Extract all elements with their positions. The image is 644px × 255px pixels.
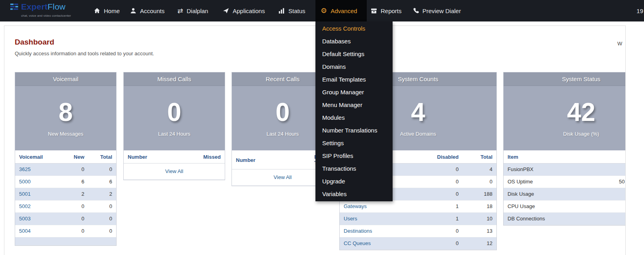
menu-item-access-controls[interactable]: Access Controls [315, 22, 393, 35]
brand-tagline: chat, voice and video contactcenter [21, 12, 71, 20]
column-header: Number [232, 150, 310, 169]
table-row: Destinations013 [340, 225, 496, 237]
nav-item-home[interactable]: Home [94, 0, 120, 21]
brand-grid-icon [10, 3, 18, 12]
advanced-dropdown-menu: Access Controls Databases Default Settin… [315, 21, 393, 201]
item-link[interactable]: Users [344, 216, 357, 222]
column-header: Disabled [425, 150, 463, 164]
person-icon [130, 8, 136, 14]
missed-calls-count-panel: 0 Last 24 Hours [124, 86, 225, 150]
gear-icon: ⚙ [321, 7, 327, 14]
recent-calls-count: 0 [276, 99, 290, 125]
voicemail-count-panel: 8 New Messages [15, 86, 116, 150]
item-link[interactable]: Gateways [344, 203, 367, 209]
menu-item-modules[interactable]: Modules [315, 111, 393, 124]
column-header: Voicemail [15, 150, 64, 164]
main-content-panel: Dashboard Quickly access information and… [4, 25, 626, 255]
status-item: CPU Usage [504, 200, 615, 213]
nav-item-label: Dialplan [187, 8, 208, 14]
missed-calls-table: Number Missed View All [124, 150, 225, 180]
nav-item-status[interactable]: Status [278, 0, 305, 21]
menu-item-variables[interactable]: Variables [315, 188, 393, 200]
menu-item-upgrade[interactable]: Upgrade [315, 175, 393, 188]
voicemail-link[interactable]: 3625 [19, 166, 31, 172]
missed-calls-card: Missed Calls 0 Last 24 Hours Number Miss… [123, 72, 225, 180]
nav-item-label: Preview Dialer [422, 8, 461, 14]
top-navbar: ExpertFlow chat, voice and video contact… [0, 0, 644, 21]
swap-arrows-icon: ⇄ [177, 8, 183, 14]
status-value [615, 213, 626, 225]
nav-item-label: Accounts [140, 8, 165, 14]
page-subtitle: Quickly access information and tools rel… [15, 51, 154, 56]
clock-fragment: 19 [636, 0, 643, 21]
table-row: OS Uptime50 [504, 176, 626, 188]
home-icon [94, 8, 100, 14]
nav-item-label: Advanced [331, 8, 357, 14]
menu-item-transactions[interactable]: Transactions [315, 162, 393, 175]
table-row: Users110 [340, 213, 496, 225]
status-value [615, 164, 626, 176]
nav-item-advanced[interactable]: ⚙ Advanced [315, 0, 367, 21]
column-header: New [64, 150, 88, 164]
brand-name: ExpertFlow [21, 2, 66, 11]
system-status-table: Item FusionPBX OS Uptime50 Disk Usage CP… [504, 150, 626, 225]
system-status-count-label: Disk Usage (%) [563, 131, 599, 137]
voicemail-count-label: New Messages [48, 131, 84, 137]
voicemail-link[interactable]: 5001 [19, 191, 31, 197]
voicemail-link[interactable]: 5000 [19, 179, 31, 185]
table-row-partial [15, 237, 116, 245]
view-all-link[interactable]: View All [165, 168, 183, 174]
column-header: Total [463, 150, 496, 164]
menu-item-sip-profiles[interactable]: SIP Profiles [315, 150, 393, 162]
table-row: Gateways118 [340, 200, 496, 213]
table-row: FusionPBX [504, 164, 626, 176]
table-row: Disk Usage [504, 188, 626, 200]
column-header: Item [504, 150, 615, 164]
table-row: CPU Usage [504, 200, 626, 213]
table-row: View All [124, 164, 225, 180]
nav-item-applications[interactable]: Applications [223, 0, 265, 21]
menu-item-default-settings[interactable]: Default Settings [315, 48, 393, 60]
table-row: 362500 [15, 164, 116, 176]
table-row: DB Connections [504, 213, 626, 225]
paper-plane-icon [223, 8, 229, 14]
status-value [615, 188, 626, 200]
voicemail-link[interactable]: 5004 [19, 228, 31, 234]
table-row: 500200 [15, 200, 116, 213]
page-title: Dashboard [15, 38, 54, 47]
missed-calls-count: 0 [167, 99, 181, 125]
menu-item-email-templates[interactable]: Email Templates [315, 73, 393, 86]
table-row: 500122 [15, 188, 116, 200]
item-link[interactable]: Destinations [344, 228, 372, 234]
table-row: 500400 [15, 225, 116, 237]
menu-item-group-manager[interactable]: Group Manager [315, 86, 393, 99]
brand-logo[interactable]: ExpertFlow chat, voice and video contact… [10, 3, 71, 20]
column-header: Missed [197, 150, 225, 164]
table-row: CC Queues012 [340, 237, 496, 250]
column-header [615, 150, 626, 164]
nav-item-label: Home [104, 8, 120, 14]
item-link[interactable]: CC Queues [344, 240, 371, 246]
system-counts-count: 4 [411, 99, 425, 125]
voicemail-table: Voicemail New Total 362500 500066 500122… [15, 150, 116, 245]
table-row: 500066 [15, 176, 116, 188]
card-title: Missed Calls [124, 72, 225, 86]
nav-item-dialplan[interactable]: ⇄ Dialplan [177, 0, 208, 21]
view-all-link[interactable]: View All [274, 174, 292, 180]
menu-item-number-translations[interactable]: Number Translations [315, 124, 393, 137]
voicemail-link[interactable]: 5002 [19, 203, 31, 209]
menu-item-menu-manager[interactable]: Menu Manager [315, 99, 393, 111]
nav-item-preview-dialer[interactable]: Preview Dialer [412, 0, 461, 21]
status-item: FusionPBX [504, 164, 615, 176]
voicemail-link[interactable]: 5003 [19, 216, 31, 222]
menu-item-databases[interactable]: Databases [315, 35, 393, 48]
menu-item-domains[interactable]: Domains [315, 60, 393, 73]
system-counts-count-label: Active Domains [400, 131, 436, 137]
system-status-card: System Status 42 Disk Usage (%) Item Fus… [503, 72, 626, 226]
status-item: OS Uptime [504, 176, 615, 188]
nav-item-reports[interactable]: Reports [371, 0, 402, 21]
menu-item-settings[interactable]: Settings [315, 137, 393, 150]
card-title: Voicemail [15, 72, 116, 86]
welcome-text-cutoff: W [617, 41, 622, 47]
nav-item-accounts[interactable]: Accounts [130, 0, 165, 21]
